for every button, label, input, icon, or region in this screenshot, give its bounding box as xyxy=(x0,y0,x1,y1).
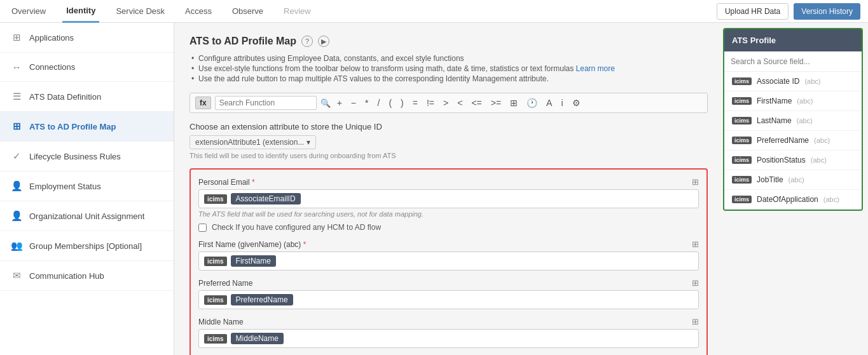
sidebar-item-label: Group Memberships [Optional] xyxy=(29,241,142,251)
sidebar-item-ats-data-def[interactable]: ☰ ATS Data Definition xyxy=(0,82,174,112)
upload-hr-data-button[interactable]: Upload HR Data xyxy=(717,3,789,20)
time-button[interactable]: 🕐 xyxy=(524,97,540,109)
nav-access[interactable]: Access xyxy=(181,0,216,23)
list-item[interactable]: icims JobTitle (abc) xyxy=(724,170,862,190)
list-item[interactable]: icims FirstName (abc) xyxy=(724,91,862,111)
list-item[interactable]: icims DateOfApplication (abc) xyxy=(724,190,862,210)
field-grid-icon[interactable]: ⊞ xyxy=(692,239,699,249)
search-icon: 🔍 xyxy=(320,98,331,108)
version-history-button[interactable]: Version History xyxy=(794,3,860,20)
sidebar-item-label: ATS to AD Profile Map xyxy=(29,122,116,131)
sidebar-item-ats-profile-map[interactable]: ⊞ ATS to AD Profile Map xyxy=(0,112,174,142)
help-icon[interactable]: ? xyxy=(301,36,313,47)
group-memberships-icon: 👥 xyxy=(10,240,23,251)
nav-service-desk[interactable]: Service Desk xyxy=(112,0,169,23)
equals-button[interactable]: = xyxy=(410,97,420,109)
connections-icon: ↔ xyxy=(10,62,23,72)
main-layout: ⊞ Applications ↔ Connections ☰ ATS Data … xyxy=(0,23,868,355)
close-paren-button[interactable]: ) xyxy=(398,97,406,109)
nav-identity[interactable]: Identity xyxy=(62,0,99,23)
extension-attribute-dropdown[interactable]: extensionAttribute1 (extension... ▾ xyxy=(189,135,316,149)
multiply-button[interactable]: * xyxy=(362,97,371,109)
required-marker: * xyxy=(303,240,307,249)
list-item[interactable]: icims PreferredName (abc) xyxy=(724,131,862,151)
info-icon[interactable]: ▶ xyxy=(318,36,329,47)
middle-name-value: MiddleName xyxy=(231,333,284,344)
text-button[interactable]: A xyxy=(544,97,555,109)
field-type: (abc) xyxy=(797,117,813,124)
fx-button[interactable]: fx xyxy=(195,97,211,109)
sidebar-item-employment-status[interactable]: 👤 Employment Status xyxy=(0,171,174,201)
content-area: ATS to AD Profile Map ? ▶ Configure attr… xyxy=(174,23,868,355)
greater-than-button[interactable]: > xyxy=(441,97,451,109)
top-nav: Overview Identity Service Desk Access Ob… xyxy=(0,0,868,23)
first-name-label: First Name (givenName) (abc) * xyxy=(198,240,306,249)
divide-button[interactable]: / xyxy=(375,97,383,109)
sidebar-item-group-memberships[interactable]: 👥 Group Memberships [Optional] xyxy=(0,231,174,261)
middle-name-input[interactable]: icims MiddleName xyxy=(198,329,699,348)
chevron-down-icon: ▾ xyxy=(307,138,310,147)
personal-email-input[interactable]: icims AssociateEmailID xyxy=(198,189,699,208)
bullet-3: Use the add rule button to map multiple … xyxy=(189,74,708,84)
not-equals-button[interactable]: != xyxy=(424,97,437,109)
field-type: (abc) xyxy=(823,196,839,203)
less-than-button[interactable]: < xyxy=(455,97,465,109)
learn-more-link[interactable]: Learn more xyxy=(576,64,615,73)
extension-attribute-value: extensionAttribute1 (extension... xyxy=(195,138,304,147)
nav-observe[interactable]: Observe xyxy=(228,0,267,23)
first-name-input[interactable]: icims FirstName xyxy=(198,251,699,271)
field-name: LastName xyxy=(757,116,792,125)
preferred-name-input[interactable]: icims PreferredName xyxy=(198,290,699,309)
settings-func-button[interactable]: ⚙ xyxy=(570,97,583,109)
field-grid-icon[interactable]: ⊞ xyxy=(692,177,699,187)
ats-data-def-icon: ☰ xyxy=(10,91,23,102)
applications-icon: ⊞ xyxy=(10,32,23,43)
sidebar-item-lifecycle-rules[interactable]: ✓ Lifecycle Business Rules xyxy=(0,142,174,171)
field-type: (abc) xyxy=(814,137,830,144)
icims-small-badge: icims xyxy=(732,156,752,164)
org-unit-icon: 👤 xyxy=(10,210,23,222)
preferred-name-value: PreferredName xyxy=(231,294,293,305)
plus-button[interactable]: + xyxy=(334,97,345,109)
unique-id-section: Choose an extension attribute to store t… xyxy=(189,122,708,159)
field-name: PositionStatus xyxy=(757,156,806,164)
source-field-search[interactable] xyxy=(731,57,855,66)
list-item[interactable]: icims LastName (abc) xyxy=(724,111,862,131)
hcm-checkbox-label: Check If you have configured any HCM to … xyxy=(212,223,381,232)
field-name: JobTitle xyxy=(757,175,783,184)
greater-equal-button[interactable]: >= xyxy=(488,97,504,109)
field-type: (abc) xyxy=(797,97,813,105)
less-equal-button[interactable]: <= xyxy=(469,97,484,109)
lifecycle-rules-icon: ✓ xyxy=(10,151,23,162)
list-item[interactable]: icims PositionStatus (abc) xyxy=(724,151,862,170)
sidebar-item-label: ATS Data Definition xyxy=(29,92,101,102)
right-panel-search-area xyxy=(724,51,862,72)
sidebar-item-connections[interactable]: ↔ Connections xyxy=(0,53,174,82)
list-item[interactable]: icims Associate ID (abc) xyxy=(724,72,862,91)
hcm-checkbox-row: Check If you have configured any HCM to … xyxy=(198,223,699,232)
minus-button[interactable]: − xyxy=(348,97,359,109)
sidebar-item-applications[interactable]: ⊞ Applications xyxy=(0,23,174,53)
icims-badge: icims xyxy=(204,295,227,305)
grid-func-button[interactable]: ⊞ xyxy=(507,97,520,109)
icims-small-badge: icims xyxy=(732,196,752,203)
formula-toolbar: fx 🔍 + − * / ( ) = != > < <= >= ⊞ 🕐 xyxy=(189,93,708,113)
nav-overview[interactable]: Overview xyxy=(8,0,50,23)
sidebar-item-label: Lifecycle Business Rules xyxy=(29,152,121,161)
icims-small-badge: icims xyxy=(732,137,752,144)
sidebar-item-org-unit[interactable]: 👤 Organizational Unit Assignment xyxy=(0,201,174,231)
info-func-button[interactable]: i xyxy=(558,97,565,109)
icims-small-badge: icims xyxy=(732,77,752,85)
sidebar-item-label: Communication Hub xyxy=(29,271,104,281)
unique-id-hint: This field will be used to identify user… xyxy=(189,152,708,159)
icims-small-badge: icims xyxy=(732,117,752,124)
sidebar-item-communication-hub[interactable]: ✉ Communication Hub xyxy=(0,261,174,291)
communication-hub-icon: ✉ xyxy=(10,270,23,281)
icims-small-badge: icims xyxy=(732,176,752,184)
field-grid-icon[interactable]: ⊞ xyxy=(692,278,699,288)
field-grid-icon[interactable]: ⊞ xyxy=(692,317,699,326)
function-search-input[interactable] xyxy=(215,96,317,110)
nav-review[interactable]: Review xyxy=(280,0,315,23)
open-paren-button[interactable]: ( xyxy=(386,97,394,109)
hcm-checkbox[interactable] xyxy=(198,224,207,232)
